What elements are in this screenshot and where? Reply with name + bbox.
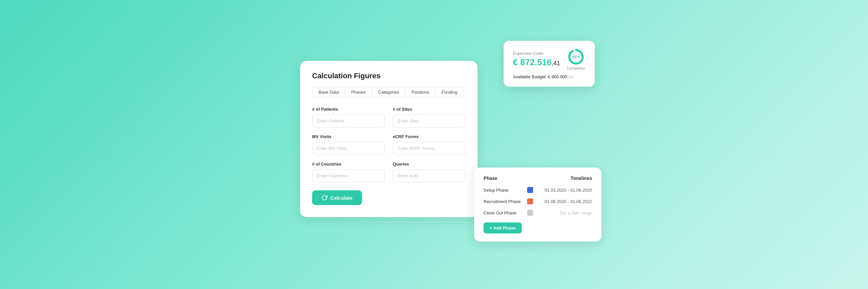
closeout-phase-name: Close Out Phase (484, 210, 522, 215)
phase-row-recruitment: Recruitment Phase 01.06.2020 - 01.06.202… (484, 198, 592, 204)
tab-categories[interactable]: Categories (372, 87, 406, 97)
ecrf-forms-input[interactable] (393, 142, 465, 155)
recruitment-phase-dot (527, 198, 533, 204)
calc-title: Calculation Figures (312, 72, 465, 80)
patients-input[interactable] (312, 114, 385, 128)
setup-phase-name: Setup Phase (484, 188, 522, 193)
queries-input[interactable] (393, 169, 465, 182)
available-budget: Available Budget: € 900.000,00 (513, 74, 585, 79)
closeout-phase-timeline[interactable]: Set a date range (538, 210, 592, 215)
tab-base-data[interactable]: Base Data (312, 87, 345, 97)
patients-group: # of Patients (312, 107, 385, 128)
phase-row-closeout: Close Out Phase Set a date range (484, 210, 592, 216)
sites-group: # of Sites (393, 107, 465, 128)
mv-visits-group: MV Visits (312, 134, 385, 155)
form-grid: # of Patients # of Sites MV Visits eCRF … (312, 107, 465, 182)
budget-cents: ,41 (552, 60, 560, 67)
completion-donut-container: 91% Completion (567, 48, 585, 70)
phases-header: Phase Timelines (484, 176, 592, 181)
budget-main: € 872.516 (513, 57, 552, 67)
phase-row-setup: Setup Phase 01.03.2020 - 01.06.2020 (484, 187, 592, 193)
countries-group: # of Countries (312, 161, 385, 182)
queries-label: Queries (393, 161, 465, 167)
ecrf-forms-label: eCRF Forms (393, 134, 465, 139)
mv-visits-label: MV Visits (312, 134, 385, 139)
donut-chart: 91% (567, 48, 585, 66)
budget-label: Expected Costs (513, 51, 560, 56)
refresh-icon (321, 195, 328, 201)
budget-amount: € 872.516,41 (513, 57, 560, 68)
svg-text:91%: 91% (572, 55, 580, 59)
timelines-header-label: Timelines (570, 176, 592, 181)
sites-input[interactable] (393, 114, 465, 128)
calculate-label: Calculate (330, 195, 352, 201)
budget-card: Expected Costs € 872.516,41 91% Completi… (504, 41, 595, 87)
recruitment-phase-name: Recruitment Phase (484, 199, 522, 204)
add-phase-button[interactable]: + Add Phase (484, 222, 522, 233)
patients-label: # of Patients (312, 107, 385, 112)
add-phase-label: + Add Phase (490, 225, 516, 230)
tab-funding[interactable]: Funding (436, 87, 463, 97)
completion-label: Completion (567, 66, 585, 70)
phase-header-label: Phase (484, 176, 497, 181)
recruitment-phase-timeline[interactable]: 01.06.2020 - 01.06.2022 (538, 199, 592, 204)
queries-group: Queries (393, 161, 465, 182)
countries-label: # of Countries (312, 161, 385, 167)
tab-positions[interactable]: Positions (406, 87, 436, 97)
tab-phases[interactable]: Phases (345, 87, 372, 97)
countries-input[interactable] (312, 169, 385, 182)
tab-bar: Base Data Phases Categories Positions Fu… (312, 87, 464, 97)
sites-label: # of Sites (393, 107, 465, 112)
setup-phase-timeline[interactable]: 01.03.2020 - 01.06.2020 (538, 188, 592, 193)
calculation-card: Calculation Figures Base Data Phases Cat… (300, 61, 477, 217)
closeout-phase-dot (527, 210, 533, 216)
ecrf-forms-group: eCRF Forms (393, 134, 465, 155)
setup-phase-dot (527, 187, 533, 193)
mv-visits-input[interactable] (312, 142, 385, 155)
calculate-button[interactable]: Calculate (312, 190, 362, 205)
available-amount: € 900.000,00 (548, 74, 573, 79)
available-label: Available Budget: (513, 74, 547, 79)
phases-card: Phase Timelines Setup Phase 01.03.2020 -… (474, 168, 601, 242)
